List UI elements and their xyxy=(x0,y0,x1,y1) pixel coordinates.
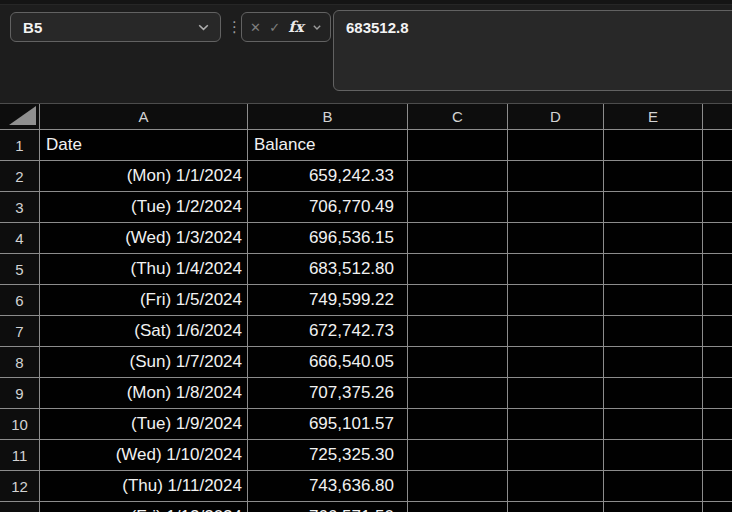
cell-D6[interactable] xyxy=(508,285,604,316)
cell-A7[interactable]: (Sat) 1/6/2024 xyxy=(40,316,248,347)
cell-C13[interactable] xyxy=(408,502,508,512)
cell-D3[interactable] xyxy=(508,192,604,223)
cell-B10[interactable]: 695,101.57 xyxy=(248,409,408,440)
cell-F9[interactable] xyxy=(703,378,732,409)
column-header-A[interactable]: A xyxy=(40,104,248,130)
cell-B11[interactable]: 725,325.30 xyxy=(248,440,408,471)
cell-A12[interactable]: (Thu) 1/11/2024 xyxy=(40,471,248,502)
cell-B8[interactable]: 666,540.05 xyxy=(248,347,408,378)
cell-F3[interactable] xyxy=(703,192,732,223)
vertical-dots-separator-icon[interactable]: ⋮ xyxy=(227,15,237,39)
cell-E12[interactable] xyxy=(604,471,703,502)
column-header-C[interactable]: C xyxy=(408,104,508,130)
cell-F8[interactable] xyxy=(703,347,732,378)
formula-bar-value[interactable]: 683512.8 xyxy=(346,19,409,36)
cell-D13[interactable] xyxy=(508,502,604,512)
cell-B7[interactable]: 672,742.73 xyxy=(248,316,408,347)
cell-A1[interactable]: Date xyxy=(40,130,248,161)
cell-B4[interactable]: 696,536.15 xyxy=(248,223,408,254)
column-header-partial[interactable] xyxy=(703,104,732,130)
cell-C2[interactable] xyxy=(408,161,508,192)
cell-A11[interactable]: (Wed) 1/10/2024 xyxy=(40,440,248,471)
row-header-9[interactable]: 9 xyxy=(0,378,40,409)
cell-D1[interactable] xyxy=(508,130,604,161)
cell-E4[interactable] xyxy=(604,223,703,254)
cell-A8[interactable]: (Sun) 1/7/2024 xyxy=(40,347,248,378)
cell-E9[interactable] xyxy=(604,378,703,409)
column-header-B[interactable]: B xyxy=(248,104,408,130)
cell-C10[interactable] xyxy=(408,409,508,440)
cell-D8[interactable] xyxy=(508,347,604,378)
cell-B5[interactable]: 683,512.80 xyxy=(248,254,408,285)
cell-E3[interactable] xyxy=(604,192,703,223)
cell-A6[interactable]: (Fri) 1/5/2024 xyxy=(40,285,248,316)
chevron-down-icon[interactable] xyxy=(312,24,322,31)
cell-C12[interactable] xyxy=(408,471,508,502)
cell-B9[interactable]: 707,375.26 xyxy=(248,378,408,409)
cell-D4[interactable] xyxy=(508,223,604,254)
cell-B6[interactable]: 749,599.22 xyxy=(248,285,408,316)
insert-function-fx-icon[interactable]: fx xyxy=(288,18,303,36)
cell-B1[interactable]: Balance xyxy=(248,130,408,161)
column-header-D[interactable]: D xyxy=(508,104,604,130)
row-header-2[interactable]: 2 xyxy=(0,161,40,192)
cell-B3[interactable]: 706,770.49 xyxy=(248,192,408,223)
cell-F1[interactable] xyxy=(703,130,732,161)
cell-D12[interactable] xyxy=(508,471,604,502)
cell-F6[interactable] xyxy=(703,285,732,316)
cell-F7[interactable] xyxy=(703,316,732,347)
name-box-value[interactable]: B5 xyxy=(23,19,197,36)
cell-A10[interactable]: (Tue) 1/9/2024 xyxy=(40,409,248,440)
name-box[interactable]: B5 xyxy=(10,12,221,42)
cell-D5[interactable] xyxy=(508,254,604,285)
chevron-down-icon[interactable] xyxy=(197,23,210,32)
cell-E2[interactable] xyxy=(604,161,703,192)
row-header-13[interactable]: 13 xyxy=(0,502,40,512)
row-header-4[interactable]: 4 xyxy=(0,223,40,254)
row-header-10[interactable]: 10 xyxy=(0,409,40,440)
cell-E10[interactable] xyxy=(604,409,703,440)
cell-D10[interactable] xyxy=(508,409,604,440)
cell-F11[interactable] xyxy=(703,440,732,471)
row-header-7[interactable]: 7 xyxy=(0,316,40,347)
row-header-11[interactable]: 11 xyxy=(0,440,40,471)
cell-C3[interactable] xyxy=(408,192,508,223)
row-header-12[interactable]: 12 xyxy=(0,471,40,502)
cell-A2[interactable]: (Mon) 1/1/2024 xyxy=(40,161,248,192)
cell-C7[interactable] xyxy=(408,316,508,347)
cell-A4[interactable]: (Wed) 1/3/2024 xyxy=(40,223,248,254)
row-header-5[interactable]: 5 xyxy=(0,254,40,285)
cell-A13[interactable]: (Fri) 1/12/2024 xyxy=(40,502,248,512)
select-all-corner[interactable] xyxy=(0,104,40,130)
column-header-E[interactable]: E xyxy=(604,104,703,130)
cell-C1[interactable] xyxy=(408,130,508,161)
formula-bar[interactable]: 683512.8 xyxy=(333,10,732,91)
cell-D7[interactable] xyxy=(508,316,604,347)
cell-A5[interactable]: (Thu) 1/4/2024 xyxy=(40,254,248,285)
cell-E1[interactable] xyxy=(604,130,703,161)
cell-D2[interactable] xyxy=(508,161,604,192)
cell-B2[interactable]: 659,242.33 xyxy=(248,161,408,192)
cell-E7[interactable] xyxy=(604,316,703,347)
cell-E13[interactable] xyxy=(604,502,703,512)
cell-B12[interactable]: 743,636.80 xyxy=(248,471,408,502)
cell-C4[interactable] xyxy=(408,223,508,254)
cell-C8[interactable] xyxy=(408,347,508,378)
cell-C6[interactable] xyxy=(408,285,508,316)
cell-F5[interactable] xyxy=(703,254,732,285)
row-header-8[interactable]: 8 xyxy=(0,347,40,378)
cell-D11[interactable] xyxy=(508,440,604,471)
cell-A3[interactable]: (Tue) 1/2/2024 xyxy=(40,192,248,223)
row-header-1[interactable]: 1 xyxy=(0,130,40,161)
cell-B13[interactable]: 766,571.50 xyxy=(248,502,408,512)
row-header-6[interactable]: 6 xyxy=(0,285,40,316)
cell-C5[interactable] xyxy=(408,254,508,285)
cell-F12[interactable] xyxy=(703,471,732,502)
cell-E8[interactable] xyxy=(604,347,703,378)
cell-E11[interactable] xyxy=(604,440,703,471)
cell-C11[interactable] xyxy=(408,440,508,471)
cell-D9[interactable] xyxy=(508,378,604,409)
cell-E5[interactable] xyxy=(604,254,703,285)
row-header-3[interactable]: 3 xyxy=(0,192,40,223)
cell-F10[interactable] xyxy=(703,409,732,440)
